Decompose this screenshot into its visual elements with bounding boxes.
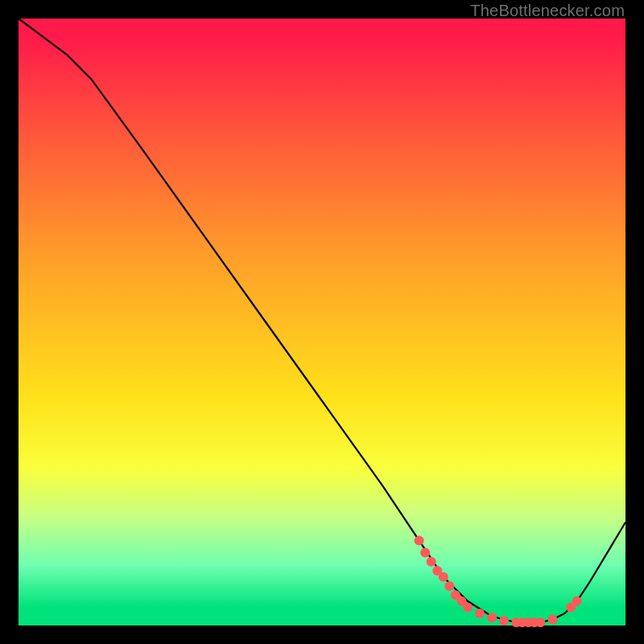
attribution-text: TheBottlenecker.com	[470, 2, 625, 20]
bottleneck-curve	[19, 19, 625, 622]
curve-marker	[427, 557, 436, 567]
curve-marker	[415, 535, 424, 545]
curve-marker	[444, 581, 454, 591]
curve-marker	[535, 617, 545, 627]
curve-marker	[463, 602, 473, 612]
curve-marker	[487, 613, 497, 622]
curve-markers	[415, 535, 582, 627]
curve-marker	[548, 615, 558, 625]
curve-marker	[499, 616, 509, 625]
curve-marker	[439, 572, 448, 582]
chart-overlay	[19, 19, 625, 625]
curve-marker	[572, 597, 582, 606]
curve-marker	[420, 548, 430, 558]
curve-marker	[475, 609, 485, 618]
